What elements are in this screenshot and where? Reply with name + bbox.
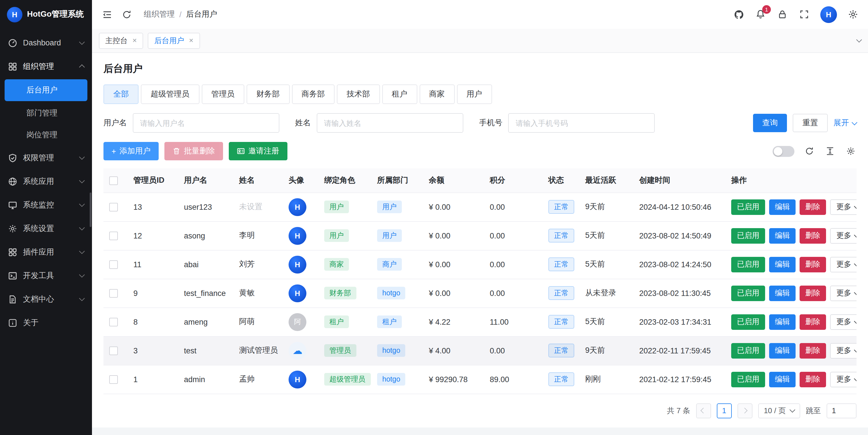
menu-fold-icon[interactable] xyxy=(101,9,113,20)
sidebar-item-dashboard[interactable]: Dashboard xyxy=(0,31,92,55)
user-avatar[interactable]: H xyxy=(820,6,837,23)
sidebar-item-plugins[interactable]: 插件应用 xyxy=(0,240,92,264)
sidebar-subitem-positions[interactable]: 岗位管理 xyxy=(0,124,92,146)
more-button[interactable]: 更多 xyxy=(830,314,857,330)
filter-tab-tech[interactable]: 技术部 xyxy=(337,85,380,104)
delete-button[interactable]: 删除 xyxy=(800,256,826,272)
page-size-select[interactable]: 10 / 页 xyxy=(758,403,800,418)
github-icon[interactable] xyxy=(733,9,744,20)
page-number-button[interactable]: 1 xyxy=(716,403,732,418)
edit-button[interactable]: 编辑 xyxy=(769,314,796,330)
avatar[interactable]: H xyxy=(288,284,306,302)
batch-delete-button[interactable]: 批量删除 xyxy=(164,142,223,160)
bell-icon[interactable]: 1 xyxy=(755,9,766,20)
lock-icon[interactable] xyxy=(777,9,788,20)
sidebar-subitem-departments[interactable]: 部门管理 xyxy=(0,102,92,124)
delete-button[interactable]: 删除 xyxy=(800,285,826,301)
filter-tab-business[interactable]: 商务部 xyxy=(292,85,335,104)
row-checkbox[interactable] xyxy=(109,260,118,269)
row-checkbox[interactable] xyxy=(109,289,118,298)
filter-tab-all[interactable]: 全部 xyxy=(103,85,138,104)
row-density-icon[interactable] xyxy=(824,145,836,157)
filter-tab-finance[interactable]: 财务部 xyxy=(247,85,289,104)
enabled-button[interactable]: 已启用 xyxy=(731,314,765,330)
breadcrumb-parent[interactable]: 组织管理 xyxy=(144,9,175,20)
sidebar-item-org[interactable]: 组织管理 xyxy=(0,55,92,78)
search-button[interactable]: 查询 xyxy=(753,114,787,132)
avatar[interactable]: ☁ xyxy=(288,342,306,360)
edit-button[interactable]: 编辑 xyxy=(769,343,796,358)
enabled-button[interactable]: 已启用 xyxy=(731,256,765,272)
sidebar-item-system-apps[interactable]: 系统应用 xyxy=(0,169,92,193)
sidebar-item-system-settings[interactable]: 系统设置 xyxy=(0,217,92,240)
close-icon[interactable]: ✕ xyxy=(189,37,194,44)
refresh-icon[interactable] xyxy=(121,9,132,20)
sidebar-item-docs[interactable]: 文档中心 xyxy=(0,287,92,311)
sidebar-item-dev-tools[interactable]: 开发工具 xyxy=(0,264,92,287)
jump-page-input[interactable] xyxy=(827,403,857,418)
more-button[interactable]: 更多 xyxy=(830,228,857,243)
avatar[interactable]: H xyxy=(288,255,306,273)
table-refresh-icon[interactable] xyxy=(804,145,815,157)
enabled-button[interactable]: 已启用 xyxy=(731,343,765,358)
invite-register-button[interactable]: 邀请注册 xyxy=(229,142,287,160)
enabled-button[interactable]: 已启用 xyxy=(731,228,765,243)
avatar[interactable]: H xyxy=(288,198,306,216)
delete-button[interactable]: 删除 xyxy=(800,228,826,243)
filter-tab-label: 全部 xyxy=(113,89,129,99)
expand-button[interactable]: 展开 xyxy=(834,118,857,128)
phone-input[interactable] xyxy=(508,113,655,133)
row-checkbox[interactable] xyxy=(109,375,118,384)
sidebar-item-system-monitor[interactable]: 系统监控 xyxy=(0,193,92,217)
more-button[interactable]: 更多 xyxy=(830,256,857,272)
add-user-button[interactable]: + 添加用户 xyxy=(103,142,159,160)
next-page-button[interactable] xyxy=(737,403,752,418)
enabled-button[interactable]: 已启用 xyxy=(731,285,765,301)
prev-page-button[interactable] xyxy=(696,403,711,418)
delete-button[interactable]: 删除 xyxy=(800,314,826,330)
tab-backend-users[interactable]: 后台用户 ✕ xyxy=(148,32,200,49)
name-input[interactable] xyxy=(316,113,463,133)
striped-toggle[interactable] xyxy=(773,146,795,157)
avatar[interactable]: 阿 xyxy=(288,313,306,331)
edit-button[interactable]: 编辑 xyxy=(769,199,796,215)
sidebar-item-permissions[interactable]: 权限管理 xyxy=(0,146,92,169)
username-input[interactable] xyxy=(132,113,279,133)
edit-button[interactable]: 编辑 xyxy=(769,228,796,243)
close-icon[interactable]: ✕ xyxy=(132,37,137,44)
more-button[interactable]: 更多 xyxy=(830,285,857,301)
column-settings-icon[interactable] xyxy=(845,145,857,157)
row-checkbox[interactable] xyxy=(109,346,118,355)
avatar[interactable]: H xyxy=(288,370,306,388)
more-button[interactable]: 更多 xyxy=(830,372,857,387)
row-checkbox[interactable] xyxy=(109,231,118,240)
delete-button[interactable]: 删除 xyxy=(800,372,826,387)
avatar[interactable]: H xyxy=(288,227,306,245)
enabled-button[interactable]: 已启用 xyxy=(731,199,765,215)
tab-options-button[interactable] xyxy=(857,38,861,42)
tab-dashboard[interactable]: 主控台 ✕ xyxy=(99,32,144,49)
more-button[interactable]: 更多 xyxy=(830,199,857,215)
filter-tab-merchant[interactable]: 商家 xyxy=(419,85,455,104)
sidebar-item-about[interactable]: 关于 xyxy=(0,311,92,335)
enabled-button[interactable]: 已启用 xyxy=(731,372,765,387)
edit-button[interactable]: 编辑 xyxy=(769,285,796,301)
filter-tab-admin[interactable]: 管理员 xyxy=(202,85,244,104)
filter-tab-user[interactable]: 用户 xyxy=(457,85,492,104)
fullscreen-icon[interactable] xyxy=(799,9,810,20)
row-checkbox[interactable] xyxy=(109,203,118,212)
row-checkbox[interactable] xyxy=(109,318,118,327)
select-all-checkbox[interactable] xyxy=(109,176,118,185)
sidebar-subitem-backend-users[interactable]: 后台用户 xyxy=(5,79,87,101)
sidebar-scrollbar[interactable] xyxy=(90,192,91,227)
delete-button[interactable]: 删除 xyxy=(800,343,826,358)
settings-gear-icon[interactable] xyxy=(847,9,859,20)
more-button[interactable]: 更多 xyxy=(830,343,857,358)
edit-button[interactable]: 编辑 xyxy=(769,372,796,387)
edit-button[interactable]: 编辑 xyxy=(769,256,796,272)
filter-tab-tenant[interactable]: 租户 xyxy=(382,85,417,104)
filter-tab-super-admin[interactable]: 超级管理员 xyxy=(141,85,199,104)
reset-button[interactable]: 重置 xyxy=(793,114,828,132)
delete-button[interactable]: 删除 xyxy=(800,199,826,215)
cell-id: 13 xyxy=(128,192,178,221)
